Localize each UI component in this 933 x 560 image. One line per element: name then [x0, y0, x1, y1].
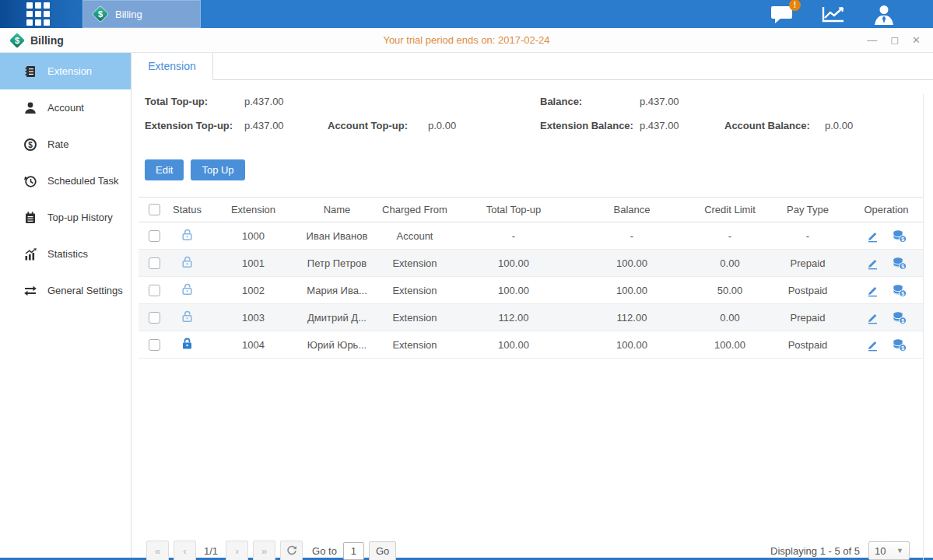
messages-icon[interactable]: ! [770, 4, 794, 24]
svg-text:$: $ [28, 140, 33, 149]
col-operation: Operation [850, 204, 923, 215]
edit-button[interactable]: Edit [145, 159, 184, 180]
cell-balance: 100.00 [570, 285, 694, 296]
cell-name: Иван Иванов [302, 230, 372, 242]
table-row: 1001 Петр Петров Extension 100.00 100.00… [139, 250, 923, 277]
svg-text:$: $ [901, 290, 904, 296]
cell-balance: 112.00 [570, 312, 694, 324]
row-checkbox[interactable] [149, 257, 160, 269]
prev-page-button[interactable]: ‹ [174, 541, 196, 560]
sidebar-item-scheduled-task[interactable]: Scheduled Task [0, 163, 131, 199]
topup-button[interactable]: Top Up [191, 159, 244, 180]
cell-total-topup: 100.00 [458, 285, 570, 296]
row-checkbox[interactable] [149, 230, 160, 242]
topup-coins-icon[interactable]: $ [892, 284, 907, 297]
sidebar-item-statistics[interactable]: Statistics [0, 236, 131, 272]
table-row: 1002 Мария Ива... Extension 100.00 100.0… [139, 277, 923, 304]
table-row: 1003 Дмитрий Д... Extension 112.00 112.0… [139, 304, 923, 331]
lock-open-icon [181, 255, 194, 268]
person-icon [23, 101, 37, 115]
sidebar-item-label: General Settings [47, 285, 123, 296]
lock-open-icon [181, 282, 194, 296]
ledger-icon [23, 65, 37, 79]
close-icon[interactable]: ✕ [912, 35, 921, 45]
cell-total-topup: 100.00 [458, 339, 570, 351]
taskbar: $ Billing ! [0, 0, 933, 28]
minimize-icon[interactable]: — [867, 35, 877, 45]
account-topup-label: Account Top-up: [328, 120, 408, 131]
cell-credit-limit: 0.00 [694, 312, 766, 324]
col-status: Status [170, 204, 205, 215]
balance-label: Balance: [540, 96, 582, 107]
cell-credit-limit: 0.00 [694, 257, 766, 269]
summary-panel: Total Top-up: p.437.00 Balance: p.437.00… [139, 94, 923, 142]
app-launcher-grid-icon[interactable] [26, 2, 50, 26]
row-checkbox[interactable] [149, 312, 160, 324]
row-checkbox[interactable] [149, 339, 160, 351]
topup-coins-icon[interactable]: $ [892, 257, 907, 270]
account-balance-label: Account Balance: [724, 120, 810, 131]
dollar-circle-icon: $ [23, 138, 37, 152]
topup-coins-icon[interactable]: $ [892, 338, 907, 352]
notebook-icon [23, 211, 37, 225]
cell-extension: 1000 [205, 230, 302, 242]
cell-pay-type: Postpaid [766, 285, 850, 296]
edit-pencil-icon[interactable] [866, 229, 879, 243]
pagination-bar: « ‹ 1/1 › » Go to Go Displaying 1 - 5 of… [139, 540, 923, 560]
edit-pencil-icon[interactable] [866, 284, 879, 297]
col-credit-limit: Credit Limit [694, 204, 766, 215]
extension-balance-label: Extension Balance: [540, 120, 633, 131]
sidebar-item-rate[interactable]: $ Rate [0, 126, 131, 163]
edit-pencil-icon[interactable] [866, 338, 879, 352]
svg-text:$: $ [901, 263, 904, 269]
sidebar-item-label: Scheduled Task [47, 175, 119, 187]
sidebar-item-label: Top-up History [47, 212, 113, 223]
table-body: 1000 Иван Иванов Account - - - - $ 1001 … [139, 222, 923, 359]
cell-name: Мария Ива... [302, 285, 372, 296]
goto-page-input[interactable] [343, 542, 364, 560]
col-total-topup: Total Top-up [458, 204, 570, 215]
page-size-select[interactable]: 10 ▼ [868, 541, 910, 560]
page-indicator: 1/1 [204, 545, 218, 557]
sidebar-item-label: Extension [47, 65, 92, 77]
sidebar-item-extension[interactable]: Extension [0, 53, 131, 89]
sliders-icon [23, 284, 37, 298]
main-content: Extension Total Top-up: p.437.00 Balance… [132, 53, 933, 558]
page-size-value: 10 [875, 545, 886, 557]
sidebar-item-account[interactable]: Account [0, 89, 131, 126]
sidebar-item-general-settings[interactable]: General Settings [0, 272, 131, 309]
table-header: Status Extension Name Charged From Total… [139, 197, 923, 222]
svg-text:$: $ [901, 317, 904, 324]
select-all-checkbox[interactable] [149, 204, 160, 215]
edit-pencil-icon[interactable] [866, 257, 879, 270]
line-chart-icon[interactable] [821, 4, 846, 24]
total-topup-label: Total Top-up: [145, 96, 208, 107]
account-balance-value: p.0.00 [825, 120, 853, 131]
edit-pencil-icon[interactable] [866, 311, 879, 324]
sidebar-item-topup-history[interactable]: Top-up History [0, 199, 131, 236]
table-row: 1000 Иван Иванов Account - - - - $ [139, 222, 923, 250]
col-balance: Balance [570, 204, 694, 215]
next-page-button[interactable]: › [226, 541, 248, 560]
sidebar-item-label: Rate [47, 138, 68, 150]
first-page-button[interactable]: « [146, 541, 169, 560]
cell-charged-from: Extension [372, 339, 458, 351]
cell-total-topup: 100.00 [458, 257, 570, 269]
sidebar-item-label: Account [47, 102, 84, 114]
refresh-button[interactable] [280, 541, 303, 560]
cell-charged-from: Extension [372, 312, 458, 324]
row-checkbox[interactable] [149, 285, 160, 296]
user-account-icon[interactable] [872, 4, 896, 25]
cell-balance: - [570, 230, 694, 242]
topup-coins-icon[interactable]: $ [892, 229, 907, 243]
trial-notice: Your trial period ends on: 2017-02-24 [0, 34, 933, 46]
go-button[interactable]: Go [369, 541, 396, 560]
topup-coins-icon[interactable]: $ [892, 311, 907, 324]
extension-topup-value: p.437.00 [244, 120, 284, 131]
billing-window-icon: $ [9, 33, 25, 48]
cell-balance: 100.00 [570, 257, 694, 269]
taskbar-tab-billing[interactable]: $ Billing [82, 0, 201, 28]
maximize-icon[interactable]: ◻ [890, 35, 899, 45]
tab-extension[interactable]: Extension [132, 53, 213, 80]
last-page-button[interactable]: » [253, 541, 275, 560]
